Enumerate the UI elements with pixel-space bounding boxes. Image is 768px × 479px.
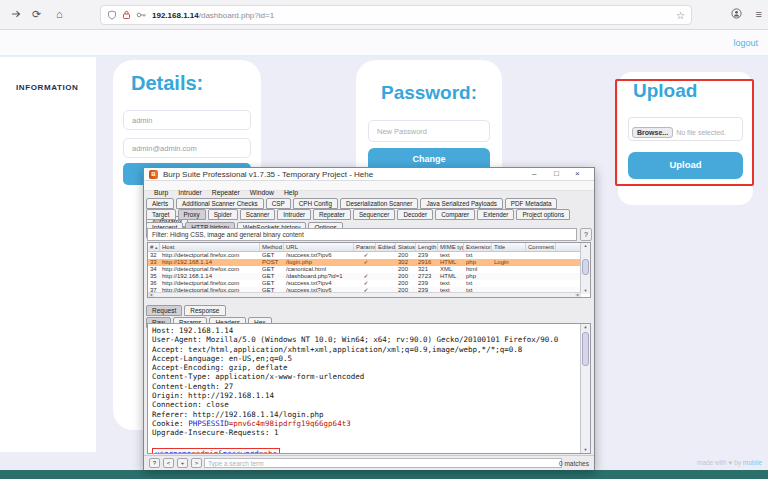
- table-vertical-scrollbar[interactable]: ▲ ▼: [580, 243, 590, 294]
- cookie-value: =pnv6c4m98ipdrfg19q66gp64t3: [229, 419, 351, 428]
- no-file-label: No file selected.: [676, 129, 726, 136]
- http-history-table: #HostMethodURLParamsEditedStatusLengthMI…: [147, 242, 591, 298]
- column-header[interactable]: #: [148, 243, 160, 251]
- site-credit: made with ♥ by mobile: [697, 459, 762, 466]
- close-button[interactable]: ×: [575, 169, 580, 178]
- column-header[interactable]: Title: [492, 243, 526, 251]
- heart-icon: ♥: [728, 459, 732, 466]
- maximize-button[interactable]: □: [554, 169, 559, 178]
- scroll-left-icon[interactable]: ◄: [148, 293, 154, 297]
- browser-toolbar: ⟳ ⌂ 192.168.1.14/dashboard.php?id=1 ☆ ≡: [0, 0, 768, 30]
- reload-icon[interactable]: ⟳: [32, 8, 41, 21]
- raw-scroll-thumb[interactable]: [582, 332, 589, 366]
- history-cell: ✓: [354, 280, 376, 287]
- sidebar-item-information[interactable]: INFORMATION: [16, 83, 78, 92]
- column-header[interactable]: Params: [354, 243, 376, 251]
- search-next-button[interactable]: >: [191, 458, 202, 468]
- history-cell: html: [464, 266, 492, 273]
- column-header[interactable]: Host: [160, 243, 260, 251]
- password-title: Password:: [356, 82, 502, 104]
- raw-request-panel[interactable]: Host: 192.168.1.14User-Agent: Mozilla/5.…: [147, 323, 591, 454]
- search-prev-button[interactable]: <: [163, 458, 174, 468]
- history-cell: http://detectportal.firefox.com: [160, 266, 260, 273]
- scroll-up-icon[interactable]: ▲: [581, 243, 590, 249]
- email-field[interactable]: [123, 138, 251, 158]
- scroll-down-icon[interactable]: ▼: [581, 288, 590, 294]
- search-help-button[interactable]: ?: [149, 458, 160, 468]
- history-cell: 321: [416, 266, 438, 273]
- request-line: Content-Type: application/x-www-form-url…: [152, 372, 578, 381]
- history-cell: 36: [148, 280, 160, 287]
- column-header[interactable]: Length: [416, 243, 438, 251]
- column-header[interactable]: Method: [260, 243, 284, 251]
- column-header[interactable]: MIME type: [438, 243, 464, 251]
- file-input[interactable]: Browse...No file selected.: [628, 117, 743, 141]
- history-cell: http://192.168.1.14: [160, 259, 260, 266]
- proxy-subtabs: InterceptHTTP historyWebSockets historyO…: [146, 216, 592, 227]
- search-input[interactable]: [204, 458, 562, 468]
- history-cell: 33: [148, 259, 160, 266]
- shield-icon: [107, 10, 117, 20]
- history-cell: [492, 266, 526, 273]
- history-row[interactable]: 35http://192.168.1.14GET/dashboard.php?i…: [148, 273, 581, 280]
- url-path: /dashboard.php?id=1: [199, 11, 274, 20]
- minimize-button[interactable]: –: [532, 169, 536, 178]
- column-header[interactable]: Extension: [464, 243, 492, 251]
- history-table-header[interactable]: #HostMethodURLParamsEditedStatusLengthMI…: [148, 243, 581, 252]
- history-cell: [376, 252, 396, 259]
- menu-icon[interactable]: ≡: [756, 8, 762, 20]
- search-add-button[interactable]: +: [177, 458, 188, 468]
- history-cell: [354, 266, 376, 273]
- table-horizontal-scrollbar[interactable]: ◄ ►: [148, 292, 581, 297]
- burp-titlebar[interactable]: B Burp Suite Professional v1.7.35 - Temp…: [144, 168, 594, 181]
- table-scroll-thumb[interactable]: [582, 259, 589, 275]
- history-cell: GET: [260, 252, 284, 259]
- history-row[interactable]: 36http://detectportal.firefox.comGET/suc…: [148, 280, 581, 287]
- history-cell: http://detectportal.firefox.com: [160, 280, 260, 287]
- raw-vertical-scrollbar[interactable]: ▲ ▼: [580, 324, 590, 453]
- column-header[interactable]: Edited: [376, 243, 396, 251]
- account-icon[interactable]: [731, 8, 742, 21]
- history-cell: HTML: [438, 259, 464, 266]
- raw-scroll-down-icon[interactable]: ▼: [581, 447, 590, 453]
- burp-window-title: Burp Suite Professional v1.7.35 - Tempor…: [163, 170, 373, 179]
- history-cell: GET: [260, 280, 284, 287]
- request-lines: Host: 192.168.1.14User-Agent: Mozilla/5.…: [152, 326, 578, 419]
- history-cell: text: [438, 280, 464, 287]
- column-header[interactable]: Status: [396, 243, 416, 251]
- footer-bar: [0, 470, 768, 479]
- forward-icon[interactable]: [10, 8, 22, 23]
- history-filter-bar[interactable]: Filter: Hiding CSS, image and general bi…: [147, 228, 577, 241]
- new-password-field[interactable]: [368, 120, 490, 142]
- url-bar[interactable]: 192.168.1.14/dashboard.php?id=1 ☆: [100, 5, 692, 25]
- column-header[interactable]: URL: [284, 243, 354, 251]
- bookmark-star-icon[interactable]: ☆: [676, 10, 685, 21]
- history-cell: 200: [396, 273, 416, 280]
- key-icon[interactable]: [136, 10, 147, 20]
- browse-button[interactable]: Browse...: [632, 127, 673, 138]
- filter-help-button[interactable]: ?: [580, 228, 592, 241]
- history-row[interactable]: 32http://detectportal.firefox.comGET/suc…: [148, 252, 581, 259]
- history-cell: 239: [416, 280, 438, 287]
- scroll-right-icon[interactable]: ►: [575, 293, 581, 297]
- history-cell: 2723: [416, 273, 438, 280]
- home-icon[interactable]: ⌂: [56, 8, 63, 21]
- history-cell: /success.txt?ipv4: [284, 280, 354, 287]
- history-row[interactable]: 33http://192.168.1.14POST/login.php✓3022…: [148, 259, 581, 266]
- history-cell: [492, 252, 526, 259]
- history-cell: [376, 280, 396, 287]
- raw-scroll-up-icon[interactable]: ▲: [581, 324, 590, 330]
- logout-link[interactable]: logout: [733, 38, 758, 48]
- username-field[interactable]: [123, 110, 251, 130]
- history-cell: /canonical.html: [284, 266, 354, 273]
- history-row[interactable]: 34http://detectportal.firefox.comGET/can…: [148, 266, 581, 273]
- body-param1: username: [155, 449, 191, 454]
- lock-icon[interactable]: [122, 10, 131, 20]
- upload-button[interactable]: Upload: [628, 152, 743, 179]
- history-cell: http://detectportal.firefox.com: [160, 252, 260, 259]
- column-header[interactable]: Comment: [526, 243, 556, 251]
- history-cell: ✓: [354, 259, 376, 266]
- credit-link[interactable]: mobile: [743, 459, 762, 466]
- request-line: Content-Length: 27: [152, 382, 578, 391]
- upgrade-line: Upgrade-Insecure-Requests: 1: [152, 428, 578, 437]
